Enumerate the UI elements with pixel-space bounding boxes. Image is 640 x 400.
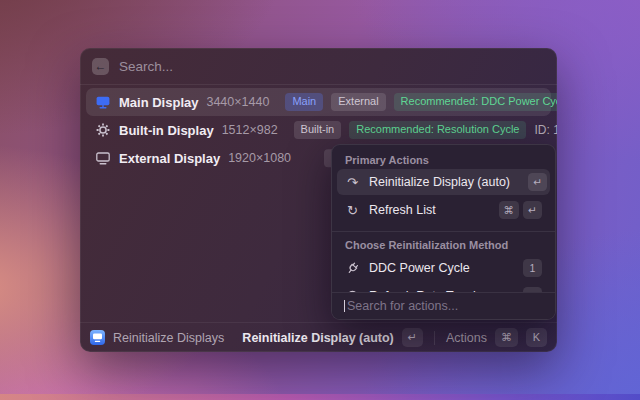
key-command: ⌘ — [499, 201, 520, 219]
action-search-field[interactable]: Search for actions... — [332, 292, 555, 319]
display-id: ID: 1 — [534, 123, 557, 137]
action-label: DDC Power Cycle — [369, 261, 470, 275]
desktop-background: ← Search... Main Display 3440×1440 Main — [0, 0, 640, 400]
primary-action-button[interactable]: Reinitialize Display (auto) — [242, 331, 393, 345]
action-search-placeholder: Search for actions... — [347, 299, 458, 313]
list-item-builtin-display[interactable]: Built-in Display 1512×982 Built-in Recom… — [86, 116, 551, 144]
status-bar: Reinitialize Displays Reinitialize Displ… — [80, 322, 557, 352]
app-name: Reinitialize Displays — [113, 331, 224, 345]
badge-main: Main — [285, 93, 323, 111]
list-item-main-display[interactable]: Main Display 3440×1440 Main External Rec… — [86, 88, 551, 116]
key-enter: ↵ — [402, 328, 423, 346]
badge-recommended: Recommended: DDC Power Cycle — [394, 93, 557, 111]
action-reinitialize-display-auto[interactable]: ↷ Reinitialize Display (auto) ↵ — [337, 169, 550, 195]
key-k: K — [526, 328, 547, 346]
wallpaper-bottom-strip — [0, 394, 640, 400]
action-ddc-power-cycle[interactable]: DDC Power Cycle 1 — [337, 255, 550, 281]
key-enter: ↵ — [523, 201, 542, 219]
action-label: Refresh List — [369, 203, 436, 217]
key-enter: ↵ — [528, 173, 547, 191]
plug-icon — [345, 261, 360, 276]
display-title: Main Display — [119, 95, 198, 110]
search-bar: ← Search... — [80, 48, 557, 84]
actions-button[interactable]: Actions — [446, 331, 487, 345]
action-label: Reinitialize Display (auto) — [369, 175, 510, 189]
app-icon — [90, 330, 105, 345]
display-resolution: 1920×1080 — [228, 151, 291, 165]
text-cursor — [344, 300, 345, 312]
display-icon — [94, 150, 111, 166]
key-command: ⌘ — [495, 328, 518, 346]
back-button[interactable]: ← — [92, 58, 109, 75]
display-icon — [94, 94, 111, 110]
section-header-choose-method: Choose Reinitialization Method — [345, 239, 508, 251]
gear-icon — [94, 122, 111, 138]
redo-arrow-icon: ↷ — [345, 176, 360, 189]
back-icon: ← — [95, 60, 107, 72]
section-header-primary-actions: Primary Actions — [345, 154, 429, 166]
badge-connection: Built-in — [294, 121, 342, 139]
section-divider — [332, 231, 555, 232]
statusbar-divider — [434, 331, 435, 345]
action-refresh-list[interactable]: ↻ Refresh List ⌘ ↵ — [337, 197, 550, 223]
badge-connection: External — [331, 93, 385, 111]
display-resolution: 3440×1440 — [206, 95, 269, 109]
display-resolution: 1512×982 — [222, 123, 278, 137]
display-title: External Display — [119, 151, 220, 166]
display-title: Built-in Display — [119, 123, 214, 138]
search-input[interactable]: Search... — [119, 59, 173, 74]
badge-recommended: Recommended: Resolution Cycle — [349, 121, 526, 139]
key-1: 1 — [523, 259, 542, 277]
action-panel: Primary Actions ↷ Reinitialize Display (… — [331, 144, 556, 320]
launcher-window: ← Search... Main Display 3440×1440 Main — [80, 48, 557, 352]
refresh-icon: ↻ — [345, 204, 360, 217]
